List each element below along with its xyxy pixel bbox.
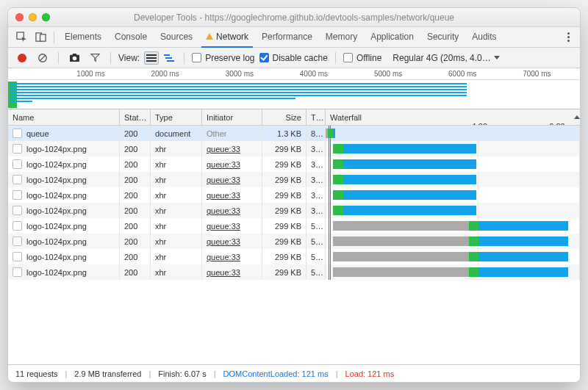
cell-time: 5… [306,264,326,280]
table-row[interactable]: logo-1024px.png200xhrqueue:33299 KB5… [8,249,580,264]
overview-body [8,80,580,109]
view-filmstrip-icon[interactable] [162,51,176,65]
minimize-icon[interactable] [29,13,37,21]
table-row[interactable]: logo-1024px.png200xhrqueue:33299 KB5… [8,218,580,234]
file-icon [12,159,22,169]
cell-type: xhr [151,172,202,187]
status-bar: 11 requests | 2.9 MB transferred | Finis… [8,364,580,382]
cell-type: document [151,126,202,141]
cell-initiator: queue:33 [202,203,262,218]
initiator-link[interactable]: queue:33 [207,145,240,154]
svg-line-4 [40,55,46,60]
cell-status: 200 [120,218,151,234]
separator [110,52,111,64]
cell-status: 200 [120,187,151,203]
initiator-link[interactable]: queue:33 [207,222,240,231]
table-row[interactable]: logo-1024px.png200xhrqueue:33299 KB3… [8,156,580,172]
header-type[interactable]: Type [151,109,202,125]
screenshot-icon[interactable] [66,51,82,65]
file-icon [12,236,22,246]
tab-elements[interactable]: Elements [59,27,107,47]
cell-time: 3… [306,187,326,203]
view-mode-group [144,51,176,65]
file-icon [12,267,22,277]
initiator-link[interactable]: queue:33 [207,253,240,261]
tick-label: 4000 ms [300,70,328,78]
file-icon [12,129,22,138]
table-row[interactable]: logo-1024px.png200xhrqueue:33299 KB5… [8,234,580,249]
svg-rect-12 [165,57,172,59]
initiator-link[interactable]: queue:33 [207,160,240,169]
throttling-value: Regular 4G (20ms, 4.0… [392,53,490,63]
file-icon [12,190,22,200]
inspect-element-icon[interactable] [12,29,30,46]
cell-type: xhr [151,203,202,218]
network-overview[interactable]: 1000 ms 2000 ms 3000 ms 4000 ms 5000 ms … [8,68,580,109]
initiator-link[interactable]: queue:33 [207,176,240,184]
cell-initiator: queue:33 [202,234,262,249]
table-row[interactable]: logo-1024px.png200xhrqueue:33299 KB3… [8,187,580,203]
header-waterfall-label: Waterfall [326,113,362,122]
waterfall-bar [333,221,568,231]
tab-performance[interactable]: Performance [256,27,318,47]
preserve-log-checkbox[interactable]: Preserve log [192,53,254,63]
initiator-link[interactable]: queue:33 [207,237,240,246]
table-row[interactable]: queue200documentOther1.3 KB8… [8,126,580,141]
tab-network-label: Network [216,32,248,42]
more-options-icon[interactable] [561,30,576,45]
tab-memory[interactable]: Memory [320,27,363,47]
cell-initiator: Other [202,126,262,141]
tab-sources[interactable]: Sources [154,27,198,47]
cell-name: queue [8,126,120,141]
cell-name: logo-1024px.png [8,249,120,264]
record-button[interactable] [14,51,30,65]
initiator-link[interactable]: queue:33 [207,206,240,215]
clear-button[interactable] [35,51,51,65]
waterfall-bar [333,175,476,184]
close-icon[interactable] [15,13,24,21]
tab-network[interactable]: Network [200,27,254,47]
header-status[interactable]: Stat… [120,109,151,125]
request-name: logo-1024px.png [26,253,87,261]
table-row[interactable]: logo-1024px.png200xhrqueue:33299 KB3… [8,203,580,218]
tab-console[interactable]: Console [109,27,153,47]
initiator-link[interactable]: queue:33 [207,268,240,277]
table-row[interactable]: logo-1024px.png200xhrqueue:33299 KB3… [8,172,580,187]
cell-size: 299 KB [262,234,306,249]
offline-checkbox[interactable]: Offline [343,53,381,63]
initiator-link[interactable]: queue:33 [207,191,240,200]
table-row[interactable]: logo-1024px.png200xhrqueue:33299 KB5… [8,264,580,280]
tab-security[interactable]: Security [421,27,465,47]
header-size[interactable]: Size [262,109,306,125]
window-title: Developer Tools - https://googlechrome.g… [15,12,573,23]
waterfall-bar [333,252,568,261]
cell-waterfall [326,264,580,280]
offline-label: Offline [356,53,381,63]
filter-icon[interactable] [87,51,103,65]
devtools-tabbar: Elements Console Sources Network Perform… [8,27,580,48]
header-time[interactable]: T… [306,109,326,125]
svg-rect-11 [164,54,170,56]
column-headers: Name Stat… Type Initiator Size T… Waterf… [8,109,580,126]
request-table-body[interactable]: queue200documentOther1.3 KB8…logo-1024px… [8,126,580,364]
disable-cache-checkbox[interactable]: Disable cache [259,53,328,63]
cell-name: logo-1024px.png [8,234,120,249]
header-initiator[interactable]: Initiator [202,109,262,125]
status-domcontentloaded: DOMContentLoaded: 121 ms [223,369,329,378]
throttling-select[interactable]: Regular 4G (20ms, 4.0… [389,51,503,65]
header-name[interactable]: Name [8,109,120,125]
tab-application[interactable]: Application [365,27,420,47]
chevron-down-icon [494,56,500,59]
tab-audits[interactable]: Audits [466,27,502,47]
cell-size: 299 KB [262,249,306,264]
waterfall-bar [326,129,335,138]
cell-size: 299 KB [262,156,306,172]
zoom-icon[interactable] [42,13,50,21]
cell-status: 200 [120,264,151,280]
cell-time: 3… [306,141,326,156]
cell-initiator: queue:33 [202,264,262,280]
view-list-icon[interactable] [144,51,159,65]
device-toolbar-icon[interactable] [32,29,49,46]
table-row[interactable]: logo-1024px.png200xhrqueue:33299 KB3… [8,141,580,156]
header-waterfall[interactable]: Waterfall 4.00 s 6.00s [326,109,580,125]
